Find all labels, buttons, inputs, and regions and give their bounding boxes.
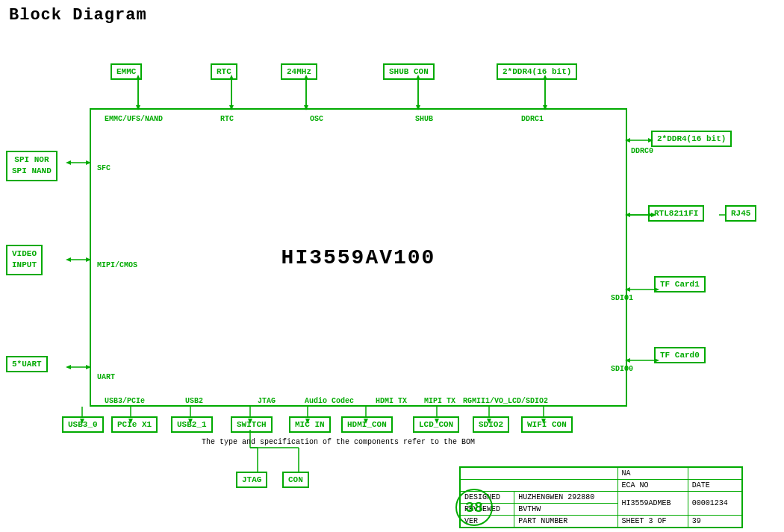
iface-ddrc0: DDRC0 [631, 147, 653, 155]
conn-ddr4-top: 2*DDR4(16 bit) [497, 63, 577, 80]
conn-usb3-0: USB3_0 [62, 416, 104, 433]
iface-rtc: RTC [220, 115, 234, 123]
svg-marker-54 [66, 257, 71, 262]
iface-hdmi-tx: HDMI TX [376, 397, 407, 405]
iface-mipi-cmos: MIPI/CMOS [97, 261, 137, 269]
part-value: 00001234 [692, 499, 728, 507]
iface-audio-codec: Audio Codec [305, 397, 354, 405]
conn-video-input: VIDEOINPUT [6, 245, 43, 275]
conn-lcd-con: LCD_CON [413, 416, 459, 433]
conn-pcie-x1: PCIe X1 [111, 416, 158, 433]
iface-uart: UART [97, 373, 115, 381]
diagram-area: HI3559AV100 EMMC RTC 24MHz SHUB CON 2*DD… [0, 30, 784, 532]
info-table: NA ECA NO DATE DESIGNED HUZHENGWEN 29288… [459, 466, 743, 528]
designed-value: HUZHENGWEN 292880 [518, 493, 594, 501]
conn-shub-con: SHUB CON [383, 63, 435, 80]
conn-tf-card1: TF Card1 [654, 276, 706, 292]
conn-spi-nor: SPI NORSPI NAND [6, 151, 57, 181]
conn-jtag: JTAG [236, 472, 267, 488]
conn-con: CON [282, 472, 309, 488]
iface-jtag: JTAG [258, 397, 276, 405]
iface-sfc: SFC [97, 164, 111, 172]
sheet-badge: 38 [455, 489, 493, 526]
part-number-value: HI3559ADMEB [622, 499, 671, 507]
conn-emmc: EMMC [111, 63, 142, 80]
iface-emmc-ufs: EMMC/UFS/NAND [105, 115, 163, 123]
page-title: Block Diagram [0, 0, 784, 31]
eca-no-label: ECA NO [622, 481, 649, 489]
reviewed-value: BVTHW [518, 505, 541, 513]
svg-marker-52 [66, 160, 71, 165]
iface-mipi-tx: MIPI TX [424, 397, 455, 405]
conn-tf-card0: TF Card0 [654, 347, 706, 363]
na-label: NA [622, 469, 631, 478]
of-value: 39 [692, 517, 701, 525]
chip-label: HI3559AV100 [281, 246, 436, 269]
conn-24mhz: 24MHz [281, 63, 317, 80]
conn-ddr4-right: 2*DDR4(16 bit) [651, 131, 732, 147]
part-number-label: PART NUMBER [518, 517, 567, 525]
sheet-value: 3 [649, 517, 653, 525]
sheet-label: SHEET [622, 517, 644, 525]
iface-rgmii: RGMII1/VO_LCD/SDIO2 [463, 397, 548, 405]
iface-sdio0: SDIO0 [611, 365, 633, 373]
iface-shub: SHUB [415, 115, 433, 123]
conn-hdmi-con: HDMI_CON [341, 416, 393, 433]
chip-box: HI3559AV100 [90, 108, 627, 407]
of-label: OF [658, 517, 667, 525]
conn-rtc: RTC [211, 63, 237, 80]
date-label: DATE [692, 481, 710, 489]
iface-sdio1: SDIO1 [611, 294, 633, 302]
info-note: The type and specification of the compon… [202, 438, 485, 446]
conn-rj45: RJ45 [725, 205, 756, 222]
iface-ddrc1: DDRC1 [521, 115, 544, 123]
svg-marker-56 [66, 365, 71, 369]
iface-usb3-pcie: USB3/PCIe [105, 397, 145, 405]
iface-osc: OSC [310, 115, 323, 123]
conn-5uart: 5*UART [6, 356, 48, 372]
conn-mic-in: MIC IN [289, 416, 331, 433]
conn-wifi-con: WIFI CON [521, 416, 573, 433]
conn-rtl8211fi: RTL8211FI [648, 205, 704, 222]
conn-usb2-1: USB2_1 [171, 416, 213, 433]
iface-usb2: USB2 [185, 397, 203, 405]
conn-switch: SWITCH [231, 416, 273, 433]
conn-sdio2: SDIO2 [473, 416, 509, 433]
